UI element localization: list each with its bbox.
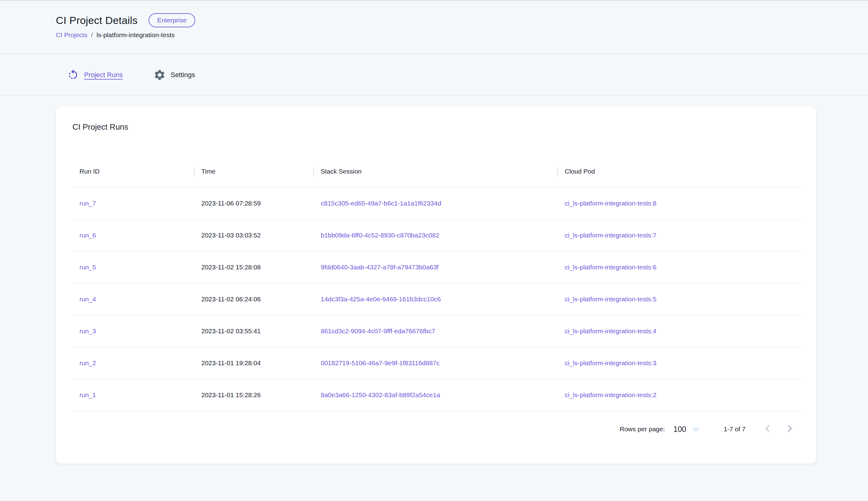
column-header-stack-session: Stack Session	[314, 168, 557, 175]
previous-page-button[interactable]	[760, 422, 775, 437]
tab-project-runs-label: Project Runs	[84, 71, 123, 79]
run-time: 2023-11-02 03:55:41	[194, 328, 314, 335]
column-header-time: Time	[194, 168, 314, 175]
table-header-row: Run ID Time Stack Session Cloud Pod	[72, 156, 801, 188]
page-header: CI Project Details Enterprise CI Project…	[0, 1, 868, 54]
pagination-range: 1-7 of 7	[724, 425, 746, 433]
rows-per-page-select[interactable]: 100	[673, 425, 700, 434]
tab-settings-label: Settings	[171, 71, 195, 79]
chevron-down-icon	[692, 428, 700, 432]
stack-session-link[interactable]: 00182719-5106-46a7-9e9f-1f83116d887c	[321, 359, 440, 366]
ci-project-runs-card: CI Project Runs Run ID Time Stack Sessio…	[56, 106, 816, 464]
run-id-link[interactable]: run_7	[79, 200, 96, 207]
breadcrumb-current: ls-platform-integration-tests	[97, 31, 175, 39]
run-time: 2023-11-01 15:28:26	[194, 391, 314, 399]
pagination: Rows per page: 100 1-7 of 7	[620, 420, 797, 438]
stack-session-link[interactable]: 861cd3c2-9094-4c07-9fff-eda76676fbc7	[321, 328, 435, 334]
run-time: 2023-11-01 19:28:04	[194, 359, 314, 367]
run-id-link[interactable]: run_6	[79, 232, 96, 239]
run-id-link[interactable]: run_2	[79, 359, 96, 366]
stack-session-link[interactable]: 14dc3f3a-425a-4e0e-9469-161b3dcc10c6	[321, 296, 441, 302]
run-id-link[interactable]: run_4	[79, 296, 96, 302]
table-row: run_1 2023-11-01 15:28:26 8a0e3a66-1250-…	[72, 379, 801, 411]
cloud-pod-link[interactable]: ci_ls-platform-integration-tests:2	[565, 391, 657, 398]
cloud-pod-link[interactable]: ci_ls-platform-integration-tests:3	[565, 359, 657, 366]
enterprise-badge: Enterprise	[149, 13, 195, 27]
stack-session-link[interactable]: c815c305-ed65-49a7-b6c1-1a1a1f62334d	[321, 200, 441, 207]
runs-table: Run ID Time Stack Session Cloud Pod run_…	[72, 156, 801, 411]
rotate-left-icon	[67, 69, 79, 81]
run-id-link[interactable]: run_5	[79, 264, 96, 270]
run-time: 2023-11-02 15:28:08	[194, 264, 314, 271]
table-body: run_7 2023-11-06 07:28:59 c815c305-ed65-…	[72, 188, 801, 411]
page-title: CI Project Details	[56, 14, 138, 26]
cloud-pod-link[interactable]: ci_ls-platform-integration-tests:7	[565, 232, 657, 239]
breadcrumb: CI Projects / ls-platform-integration-te…	[56, 31, 868, 39]
stack-session-link[interactable]: b1bb09da-6ff0-4c52-8930-c870ba23c082	[321, 232, 439, 239]
table-row: run_4 2023-11-02 06:24:06 14dc3f3a-425a-…	[72, 284, 801, 316]
tab-bar: Project Runs Settings	[0, 55, 868, 96]
title-row: CI Project Details Enterprise	[56, 13, 868, 27]
run-time: 2023-11-06 07:28:59	[194, 200, 314, 207]
page: { "header": { "title": "CI Project Detai…	[0, 0, 868, 501]
rows-per-page-label: Rows per page:	[620, 425, 665, 433]
tab-project-runs[interactable]: Project Runs	[67, 69, 123, 81]
run-time: 2023-11-02 06:24:06	[194, 296, 314, 303]
next-page-button[interactable]	[782, 422, 797, 437]
breadcrumb-link-ci-projects[interactable]: CI Projects	[56, 31, 87, 39]
cloud-pod-link[interactable]: ci_ls-platform-integration-tests:4	[565, 328, 657, 334]
cloud-pod-link[interactable]: ci_ls-platform-integration-tests:8	[565, 200, 657, 207]
column-header-cloud-pod: Cloud Pod	[557, 168, 801, 175]
table-row: run_3 2023-11-02 03:55:41 861cd3c2-9094-…	[72, 316, 801, 348]
run-time: 2023-11-03 03:03:52	[194, 232, 314, 239]
tab-settings[interactable]: Settings	[153, 69, 195, 81]
column-header-run-id: Run ID	[72, 168, 194, 175]
rows-per-page-value: 100	[673, 425, 686, 434]
run-id-link[interactable]: run_1	[79, 391, 96, 398]
table-row: run_6 2023-11-03 03:03:52 b1bb09da-6ff0-…	[72, 220, 801, 252]
gear-icon	[153, 69, 166, 81]
stack-session-link[interactable]: 9fdd0640-3aab-4327-a78f-a79473b0a63f	[321, 264, 439, 270]
chevron-right-icon	[783, 422, 797, 437]
table-row: run_7 2023-11-06 07:28:59 c815c305-ed65-…	[72, 188, 801, 220]
cloud-pod-link[interactable]: ci_ls-platform-integration-tests:5	[565, 296, 657, 302]
run-id-link[interactable]: run_3	[79, 328, 96, 334]
breadcrumb-separator: /	[91, 31, 93, 39]
chevron-left-icon	[760, 422, 775, 437]
card-title: CI Project Runs	[73, 122, 128, 132]
table-row: run_5 2023-11-02 15:28:08 9fdd0640-3aab-…	[72, 252, 801, 284]
stack-session-link[interactable]: 8a0e3a66-1250-4302-83af-b89f2a54ce1a	[321, 391, 440, 398]
cloud-pod-link[interactable]: ci_ls-platform-integration-tests:6	[565, 264, 657, 270]
table-row: run_2 2023-11-01 19:28:04 00182719-5106-…	[72, 348, 801, 379]
